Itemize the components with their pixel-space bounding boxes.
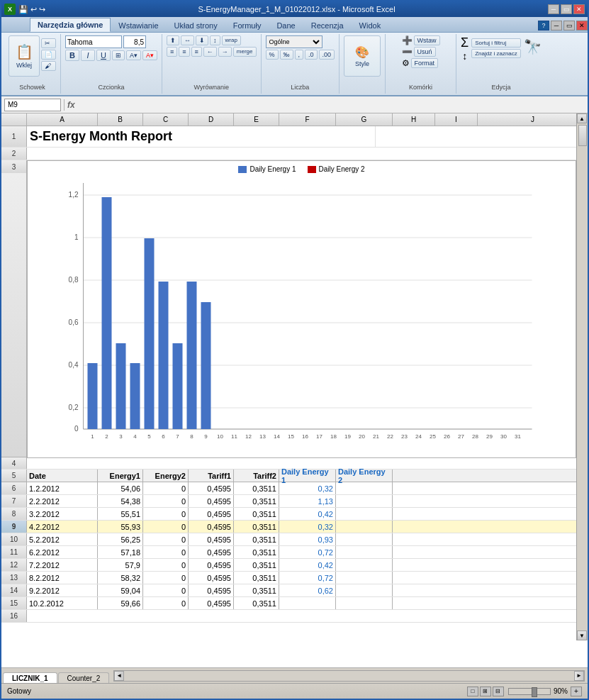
cell-A10[interactable]: 5.2.2012	[27, 533, 98, 545]
align-center-button[interactable]: ≡	[179, 47, 189, 57]
cell-B12[interactable]: 57,9	[98, 559, 143, 571]
paste-button[interactable]: 📋 Wklej	[9, 35, 40, 77]
cell-G7[interactable]	[336, 495, 393, 507]
cell-F11[interactable]: 0,72	[279, 546, 336, 558]
cell-E7[interactable]: 0,3511	[234, 495, 279, 507]
find-select-button[interactable]: Znajdź i zaznacz	[471, 49, 521, 58]
cell-F7[interactable]: 1,13	[279, 495, 336, 507]
cell-B9[interactable]: 55,93	[98, 521, 143, 533]
cell-C10[interactable]: 0	[143, 533, 189, 545]
scroll-track[interactable]	[577, 123, 588, 630]
zoom-slider[interactable]	[508, 688, 551, 695]
cell-D9[interactable]: 0,4595	[189, 521, 234, 533]
delete-button[interactable]: Usuń	[414, 47, 436, 57]
cell-B11[interactable]: 57,18	[98, 546, 143, 558]
cell-A6[interactable]: 1.2.2012	[27, 482, 98, 494]
cell-G9[interactable]	[336, 521, 393, 533]
cell-D14[interactable]: 0,4595	[189, 584, 234, 596]
cell-B7[interactable]: 54,38	[98, 495, 143, 507]
currency-button[interactable]: %	[266, 50, 279, 60]
scroll-up-button[interactable]: ▲	[577, 113, 587, 123]
tab-layout[interactable]: Układ strony	[167, 18, 225, 32]
header-daily-energy-1[interactable]: Daily Energy 1	[279, 470, 336, 482]
cell-E11[interactable]: 0,3511	[234, 546, 279, 558]
cell-E8[interactable]: 0,3511	[234, 508, 279, 520]
cell-D10[interactable]: 0,4595	[189, 533, 234, 545]
cell-A12[interactable]: 7.2.2012	[27, 559, 98, 571]
cell-G12[interactable]	[336, 559, 393, 571]
cell-G10[interactable]	[336, 533, 393, 545]
italic-button[interactable]: I	[81, 50, 95, 61]
cell-D15[interactable]: 0,4595	[189, 597, 234, 609]
zoom-thumb[interactable]	[532, 687, 537, 697]
cell-D7[interactable]: 0,4595	[189, 495, 234, 507]
tab-formulas[interactable]: Formuły	[225, 18, 269, 32]
col-header-J[interactable]: J	[478, 113, 588, 126]
ribbon-minimize-button[interactable]: ─	[551, 21, 562, 30]
close-button[interactable]: ✕	[573, 4, 585, 14]
scroll-left-button[interactable]: ◄	[114, 671, 124, 681]
cell-C12[interactable]: 0	[143, 559, 189, 571]
wrap-text-button[interactable]: wrap	[222, 35, 241, 45]
header-energy2[interactable]: Energy2	[143, 470, 189, 482]
cell-F12[interactable]: 0,42	[279, 559, 336, 571]
increase-indent-button[interactable]: →	[218, 47, 232, 57]
undo-quick-icon[interactable]: ↩	[30, 5, 37, 14]
formula-input[interactable]	[77, 99, 585, 111]
align-bottom-button[interactable]: ⬇	[196, 35, 208, 45]
comma-button[interactable]: ,	[295, 50, 304, 60]
border-button[interactable]: ⊞	[112, 50, 125, 60]
cell-E10[interactable]: 0,3511	[234, 533, 279, 545]
tab-view[interactable]: Widok	[352, 18, 389, 32]
sheet-tab-counter2[interactable]: Counter_2	[58, 672, 110, 684]
tab-review[interactable]: Recenzja	[303, 18, 352, 32]
tab-home[interactable]: Narzędzia główne	[30, 18, 111, 32]
cell-A1[interactable]: S-Energy Month Report	[27, 126, 376, 147]
cell-G8[interactable]	[336, 508, 393, 520]
ribbon-close-button[interactable]: ✕	[576, 21, 588, 30]
paste-special-button[interactable]: 🖌	[41, 61, 56, 71]
cell-D8[interactable]: 0,4595	[189, 508, 234, 520]
cell-B14[interactable]: 59,04	[98, 584, 143, 596]
save-quick-icon[interactable]: 💾	[18, 5, 28, 14]
cell-reference-box[interactable]: M9	[4, 99, 61, 111]
cell-A7[interactable]: 2.2.2012	[27, 495, 98, 507]
col-header-E[interactable]: E	[234, 113, 279, 126]
increase-decimal-button[interactable]: .00	[319, 50, 335, 60]
header-tariff2[interactable]: Tariff2	[234, 470, 279, 482]
restore-button[interactable]: ▭	[561, 4, 572, 14]
cell-C14[interactable]: 0	[143, 584, 189, 596]
cell-E6[interactable]: 0,3511	[234, 482, 279, 494]
col-header-F[interactable]: F	[279, 113, 336, 126]
cell-F8[interactable]: 0,42	[279, 508, 336, 520]
cell-B10[interactable]: 56,25	[98, 533, 143, 545]
cell-E13[interactable]: 0,3511	[234, 572, 279, 584]
align-left-button[interactable]: ≡	[167, 47, 177, 57]
vertical-scrollbar[interactable]: ▲ ▼	[576, 113, 588, 640]
header-tariff1[interactable]: Tariff1	[189, 470, 234, 482]
insert-button[interactable]: Wstaw	[414, 35, 440, 45]
cell-F15[interactable]	[279, 597, 336, 609]
merge-button[interactable]: merge	[233, 47, 257, 57]
font-color-button[interactable]: A▾	[142, 50, 157, 60]
underline-button[interactable]: U	[96, 50, 111, 61]
redo-quick-icon[interactable]: ↪	[39, 5, 45, 14]
font-name-input[interactable]	[65, 35, 122, 48]
col-header-H[interactable]: H	[393, 113, 435, 126]
col-header-A[interactable]: A	[27, 113, 98, 126]
cell-G6[interactable]	[336, 482, 393, 494]
cell-C11[interactable]: 0	[143, 546, 189, 558]
cell-F13[interactable]: 0,72	[279, 572, 336, 584]
cell-D6[interactable]: 0,4595	[189, 482, 234, 494]
cell-E9[interactable]: 0,3511	[234, 521, 279, 533]
sort-filter-button[interactable]: Sortuj i filtruj	[471, 38, 521, 48]
number-format-select[interactable]: Ogólne	[266, 35, 322, 48]
cell-A13[interactable]: 8.2.2012	[27, 572, 98, 584]
col-header-C[interactable]: C	[143, 113, 189, 126]
header-date[interactable]: Date	[27, 470, 98, 482]
cell-D11[interactable]: 0,4595	[189, 546, 234, 558]
ribbon-restore-button[interactable]: ▭	[563, 21, 575, 30]
cell-F10[interactable]: 0,93	[279, 533, 336, 545]
col-header-I[interactable]: I	[435, 113, 478, 126]
cell-F6[interactable]: 0,32	[279, 482, 336, 494]
